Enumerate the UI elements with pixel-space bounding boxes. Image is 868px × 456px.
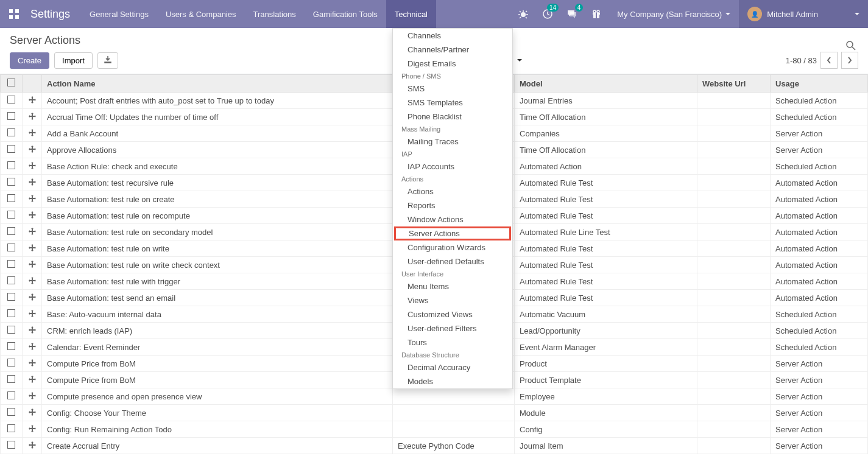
table-row[interactable]: Config: Run Remaining Action TodoConfigS… xyxy=(1,421,868,438)
row-checkbox[interactable] xyxy=(1,339,23,356)
row-checkbox[interactable] xyxy=(1,224,23,240)
nav-item-users-companies[interactable]: Users & Companies xyxy=(157,0,245,28)
nav-item-gamification-tools[interactable]: Gamification Tools xyxy=(305,0,386,28)
import-button[interactable]: Import xyxy=(54,52,93,69)
company-switcher[interactable]: My Company (San Francisco) xyxy=(609,10,739,19)
row-checkbox[interactable] xyxy=(1,421,23,438)
drag-handle-icon[interactable] xyxy=(23,405,42,421)
apps-icon[interactable] xyxy=(0,0,28,28)
dropdown-item-actions[interactable]: Actions xyxy=(393,184,512,198)
download-button[interactable] xyxy=(97,52,118,69)
row-checkbox[interactable] xyxy=(1,109,23,125)
nav-item-technical[interactable]: Technical xyxy=(386,0,436,28)
drag-handle-icon[interactable] xyxy=(23,438,42,454)
chevron-down-icon xyxy=(517,59,522,61)
row-checkbox[interactable] xyxy=(1,257,23,273)
dropdown-item-views[interactable]: Views xyxy=(393,293,512,307)
drag-handle-icon[interactable] xyxy=(23,158,42,175)
pager-range[interactable]: 1-80 / 83 xyxy=(786,56,817,65)
row-checkbox[interactable] xyxy=(1,175,23,191)
select-all-header[interactable] xyxy=(1,75,23,93)
drag-handle-icon[interactable] xyxy=(23,240,42,257)
drag-handle-icon[interactable] xyxy=(23,191,42,208)
activities-icon[interactable]: 14 xyxy=(535,0,560,28)
dropdown-item-mailing-traces[interactable]: Mailing Traces xyxy=(393,135,512,149)
dropdown-item-customized-views[interactable]: Customized Views xyxy=(393,307,512,321)
pager-next[interactable] xyxy=(841,52,858,69)
dropdown-item-tours[interactable]: Tours xyxy=(393,335,512,349)
debug-icon[interactable] xyxy=(511,0,535,28)
cell-url xyxy=(697,323,771,339)
col-action-name[interactable]: Action Name xyxy=(42,75,393,93)
row-checkbox[interactable] xyxy=(1,356,23,372)
technical-dropdown[interactable]: ChannelsChannels/PartnerDigest EmailsPho… xyxy=(392,28,513,389)
dropdown-item-user-defined-defaults[interactable]: User-defined Defaults xyxy=(393,254,512,268)
drag-handle-icon[interactable] xyxy=(23,421,42,438)
drag-handle-icon[interactable] xyxy=(23,142,42,158)
drag-handle-icon[interactable] xyxy=(23,175,42,191)
dropdown-item-configuration-wizards[interactable]: Configuration Wizards xyxy=(393,240,512,254)
user-menu[interactable]: 👤 Mitchell Admin xyxy=(739,0,868,28)
row-checkbox[interactable] xyxy=(1,142,23,158)
create-button[interactable]: Create xyxy=(10,52,49,69)
col-website-url[interactable]: Website Url xyxy=(697,75,771,93)
dropdown-item-reports[interactable]: Reports xyxy=(393,198,512,212)
col-usage[interactable]: Usage xyxy=(771,75,868,93)
row-checkbox[interactable] xyxy=(1,93,23,109)
pager-prev[interactable] xyxy=(820,52,838,69)
row-checkbox[interactable] xyxy=(1,306,23,323)
search-icon[interactable] xyxy=(846,41,858,53)
row-checkbox[interactable] xyxy=(1,191,23,208)
drag-handle-icon[interactable] xyxy=(23,109,42,125)
dropdown-item-user-defined-filters[interactable]: User-defined Filters xyxy=(393,321,512,335)
table-row[interactable]: Compute presence and open presence viewE… xyxy=(1,388,868,405)
drag-handle-icon[interactable] xyxy=(23,208,42,224)
row-checkbox[interactable] xyxy=(1,240,23,257)
dropdown-item-sms-templates[interactable]: SMS Templates xyxy=(393,96,512,110)
dropdown-item-channels[interactable]: Channels xyxy=(393,29,512,43)
drag-handle-icon[interactable] xyxy=(23,224,42,240)
dropdown-item-models[interactable]: Models xyxy=(393,374,512,388)
drag-handle-icon[interactable] xyxy=(23,339,42,356)
row-checkbox[interactable] xyxy=(1,372,23,388)
drag-handle-icon[interactable] xyxy=(23,356,42,372)
drag-handle-icon[interactable] xyxy=(23,372,42,388)
row-checkbox[interactable] xyxy=(1,125,23,142)
dropdown-item-sms[interactable]: SMS xyxy=(393,82,512,96)
table-row[interactable]: Config: Choose Your ThemeModuleServer Ac… xyxy=(1,405,868,421)
drag-handle-icon[interactable] xyxy=(23,388,42,405)
messages-icon[interactable]: 4 xyxy=(560,0,584,28)
col-model[interactable]: Model xyxy=(515,75,697,93)
dropdown-item-iap-accounts[interactable]: IAP Accounts xyxy=(393,160,512,174)
cell-model: Automated Rule Test xyxy=(515,257,697,273)
dropdown-item-channels-partner[interactable]: Channels/Partner xyxy=(393,43,512,57)
nav-item-general-settings[interactable]: General Settings xyxy=(81,0,157,28)
dropdown-item-decimal-accuracy[interactable]: Decimal Accuracy xyxy=(393,360,512,374)
row-checkbox[interactable] xyxy=(1,438,23,454)
checkbox-icon[interactable] xyxy=(7,79,15,86)
dropdown-item-menu-items[interactable]: Menu Items xyxy=(393,279,512,293)
dropdown-item-phone-blacklist[interactable]: Phone Blacklist xyxy=(393,110,512,124)
drag-handle-icon[interactable] xyxy=(23,306,42,323)
dropdown-item-digest-emails[interactable]: Digest Emails xyxy=(393,57,512,71)
cell-model: Automated Action xyxy=(515,158,697,175)
cell-url xyxy=(697,191,771,208)
table-row[interactable]: Create Accrual EntryExecute Python CodeJ… xyxy=(1,438,868,454)
drag-handle-icon[interactable] xyxy=(23,257,42,273)
row-checkbox[interactable] xyxy=(1,290,23,306)
drag-handle-icon[interactable] xyxy=(23,125,42,142)
row-checkbox[interactable] xyxy=(1,208,23,224)
drag-handle-icon[interactable] xyxy=(23,323,42,339)
row-checkbox[interactable] xyxy=(1,273,23,290)
drag-handle-icon[interactable] xyxy=(23,93,42,109)
row-checkbox[interactable] xyxy=(1,405,23,421)
drag-handle-icon[interactable] xyxy=(23,273,42,290)
row-checkbox[interactable] xyxy=(1,388,23,405)
nav-item-translations[interactable]: Translations xyxy=(245,0,305,28)
dropdown-item-window-actions[interactable]: Window Actions xyxy=(393,212,512,226)
gift-icon[interactable] xyxy=(584,0,609,28)
row-checkbox[interactable] xyxy=(1,158,23,175)
row-checkbox[interactable] xyxy=(1,323,23,339)
drag-handle-icon[interactable] xyxy=(23,290,42,306)
dropdown-item-server-actions[interactable]: Server Actions xyxy=(394,226,511,240)
